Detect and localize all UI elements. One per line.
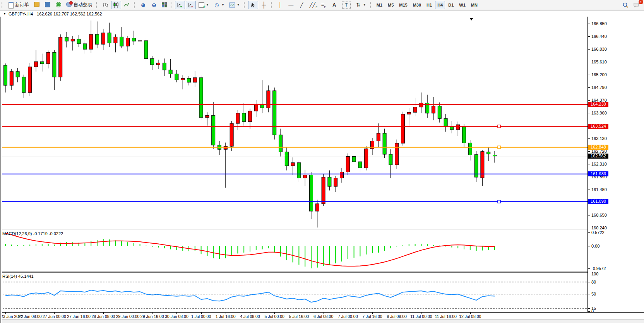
toolbar: 新订单 自动交易 ⊕ ⊖ xyxy=(0,0,644,10)
auto-scroll-button[interactable] xyxy=(175,1,185,9)
candle-body xyxy=(340,172,344,178)
line-handle[interactable] xyxy=(498,200,500,203)
vertical-line-tool-button[interactable]: │ xyxy=(275,1,285,9)
fibonacci-tool-button[interactable]: ≡F xyxy=(319,1,329,9)
candle-body xyxy=(28,67,32,92)
tab-timeframe-m1[interactable]: M1 xyxy=(374,1,385,9)
candle-body xyxy=(53,52,56,77)
new-order-label: 新订单 xyxy=(15,2,29,8)
one-click-trading-expander[interactable]: ▼ xyxy=(3,12,6,15)
toolbar-grip[interactable] xyxy=(2,2,4,8)
axis-tick xyxy=(588,232,590,233)
crosshair-tool-button[interactable]: ┼ xyxy=(259,1,269,9)
horizontal-line-tool-button[interactable]: — xyxy=(286,1,296,9)
price-line-axis-label: 161.090 xyxy=(588,199,608,204)
time-axis-label: 28 Jun 08:00 xyxy=(91,314,115,319)
axis-tick xyxy=(588,294,590,294)
candlestick-chart-button[interactable] xyxy=(111,1,121,9)
line-handle[interactable] xyxy=(498,125,500,128)
candle-body xyxy=(303,175,307,178)
main-chart-canvas[interactable] xyxy=(0,17,587,229)
axis-tick xyxy=(588,113,590,113)
toolbar-grip[interactable] xyxy=(171,2,173,8)
time-axis-label: 5 Jul 00:00 xyxy=(265,314,284,319)
channel-tool-button[interactable]: ╱╱E xyxy=(308,1,318,9)
tab-timeframe-h4[interactable]: H4 xyxy=(435,1,445,9)
trendline-tool-button[interactable]: ╱ xyxy=(297,1,307,9)
new-order-button[interactable]: 新订单 xyxy=(6,1,31,9)
chevron-down-icon: ▼ xyxy=(206,3,209,7)
tab-timeframe-mn[interactable]: MN xyxy=(469,1,480,9)
notifications-button[interactable]: 1 xyxy=(631,1,641,9)
tab-timeframe-m30[interactable]: M30 xyxy=(411,1,423,9)
candle-body xyxy=(383,133,386,154)
text-icon: A xyxy=(331,2,337,8)
tab-timeframe-h1[interactable]: H1 xyxy=(424,1,434,9)
axis-tick-label: 163.130 xyxy=(591,136,607,141)
price-axis[interactable]: 166.850166.440166.030165.610165.200164.7… xyxy=(587,17,644,318)
toolbar-grip[interactable] xyxy=(96,2,98,8)
candle-body xyxy=(206,115,209,118)
candle-body xyxy=(187,78,191,82)
tab-timeframe-d1[interactable]: D1 xyxy=(446,1,456,9)
price-line-axis-label: 163.524 xyxy=(588,124,608,129)
new-chart-dropdown[interactable]: +▼ xyxy=(197,1,211,9)
time-axis-label: 29 Jun 00:00 xyxy=(116,314,140,319)
candle-body xyxy=(254,104,258,111)
candle-body xyxy=(487,152,490,154)
toolbar-grip[interactable] xyxy=(370,2,372,8)
candle-body xyxy=(89,34,93,49)
bar-chart-button[interactable] xyxy=(100,1,110,9)
axis-tick xyxy=(588,246,590,246)
line-handle[interactable] xyxy=(498,146,500,149)
tab-timeframe-w1[interactable]: W1 xyxy=(457,1,468,9)
candle-body xyxy=(169,70,172,74)
cursor-tool-button[interactable] xyxy=(248,1,258,9)
candle-body xyxy=(126,38,130,46)
tab-timeframe-m15[interactable]: M15 xyxy=(397,1,409,9)
candle-body xyxy=(328,177,331,186)
tile-windows-icon xyxy=(162,2,167,7)
toolbar-grip[interactable] xyxy=(134,2,136,8)
candle-body xyxy=(10,72,13,85)
time-axis-label: 24 Jun 08:00 xyxy=(18,314,42,319)
axis-tick xyxy=(588,228,590,228)
candle-body xyxy=(40,62,44,64)
candle-body xyxy=(322,177,325,204)
label-tool-button[interactable]: T xyxy=(340,1,353,9)
template-dropdown[interactable]: ▼ xyxy=(227,1,242,9)
autotrade-icon xyxy=(66,2,72,8)
data-window-button[interactable] xyxy=(43,1,53,9)
zoom-in-button[interactable]: ⊕ xyxy=(138,1,148,9)
time-axis-label: 7 Jul 00:00 xyxy=(338,314,358,319)
tile-windows-button[interactable] xyxy=(160,1,169,9)
text-tool-button[interactable]: A xyxy=(329,1,339,9)
macd-pane-canvas[interactable] xyxy=(0,230,587,272)
toolbar-grip[interactable] xyxy=(244,2,246,8)
label-icon: T xyxy=(342,2,351,9)
candle-body xyxy=(4,65,7,85)
candle-body xyxy=(144,41,148,58)
arrows-dropdown[interactable]: ⇅▼ xyxy=(353,1,368,9)
axis-tick xyxy=(588,164,590,164)
axis-tick xyxy=(588,190,590,190)
search-button[interactable] xyxy=(620,1,630,9)
tab-timeframe-m5[interactable]: M5 xyxy=(385,1,396,9)
chart-shift-button[interactable] xyxy=(186,1,196,9)
period-dropdown[interactable]: ◷▼ xyxy=(212,1,226,9)
mt4-window: 新订单 自动交易 ⊕ ⊖ xyxy=(0,0,644,323)
zoom-out-button[interactable]: ⊖ xyxy=(149,1,159,9)
market-watch-button[interactable] xyxy=(32,1,42,9)
candle-body xyxy=(365,149,368,168)
navigator-button[interactable] xyxy=(53,1,63,9)
autotrade-button[interactable]: 自动交易 xyxy=(64,1,94,9)
axis-tick xyxy=(588,311,590,312)
time-axis[interactable]: 23 Jun 202224 Jun 08:0027 Jun 00:0027 Ju… xyxy=(0,312,644,319)
candle-body xyxy=(236,113,240,123)
time-axis-label: 5 Jul 16:00 xyxy=(289,314,309,319)
line-chart-button[interactable] xyxy=(122,1,132,9)
rsi-pane-canvas[interactable] xyxy=(0,273,587,312)
chart-shift-marker[interactable] xyxy=(469,18,473,21)
candle-body xyxy=(432,106,435,113)
candle-body xyxy=(224,146,227,149)
